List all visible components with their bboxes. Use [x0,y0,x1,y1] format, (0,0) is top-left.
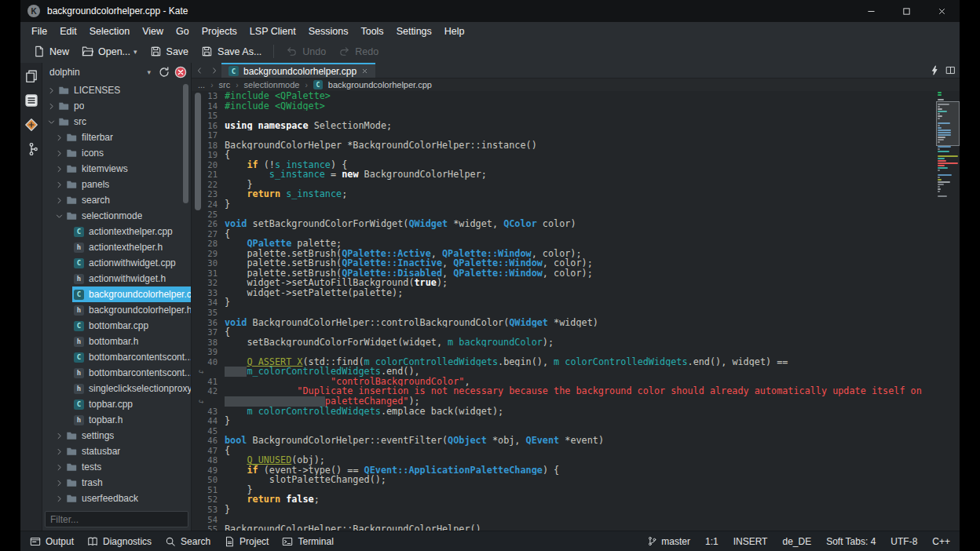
chevron-right-icon[interactable] [54,495,64,502]
code-line[interactable]: 14#include <QWidget> [192,101,936,111]
code-line[interactable]: 21 s_instance = new BackgroundColorHelpe… [192,170,936,180]
breadcrumb-item[interactable]: ... [198,80,205,89]
code-line[interactable]: 19{ [192,150,936,160]
symbols-icon[interactable] [24,141,39,157]
tree-item-search[interactable]: search [42,192,191,208]
chevron-right-icon[interactable] [54,464,64,471]
code-line[interactable]: 33 widget->setPalette(palette); [192,288,936,298]
code-line[interactable]: 20 if (!s_instance) { [192,160,936,170]
maximize-button[interactable] [889,0,924,22]
close-button[interactable] [924,0,960,22]
tab-close-icon[interactable] [361,66,368,77]
code-line[interactable]: 23 return s_instance; [192,189,936,199]
code-line[interactable]: 50 slotPaletteChanged(); [192,475,936,485]
menu-lsp-client[interactable]: LSP Client [243,24,302,39]
chevron-right-icon[interactable] [46,103,57,110]
code-line[interactable]: 49 if (event->type() == QEvent::Applicat… [192,465,936,476]
breadcrumb-item[interactable]: selectionmode [244,80,300,89]
undo-button[interactable]: Undo [280,42,332,60]
code-line[interactable]: 27{ [192,229,936,239]
chevron-right-icon[interactable] [54,432,64,440]
code-line[interactable]: 24} [192,199,936,210]
tree-item-icons[interactable]: icons [42,145,191,161]
code-line[interactable]: 28 QPalette palette; [192,239,936,249]
chevron-right-icon[interactable] [54,480,64,487]
code-line[interactable]: 32 widget->setAutoFillBackground(true); [192,278,936,288]
close-project-icon[interactable] [174,66,187,78]
code-line[interactable]: 16using namespace SelectionMode; [192,121,936,131]
quick-open-icon[interactable] [928,63,942,78]
statusbar-panel-search[interactable]: Search [165,536,210,547]
tab-mode[interactable]: Soft Tabs: 4 [826,536,876,547]
chevron-right-icon[interactable] [54,166,64,173]
chevron-down-icon[interactable] [46,119,57,126]
code-line[interactable]: 55BackgroundColorHelper::BackgroundColor… [192,524,936,531]
documents-icon[interactable] [24,68,39,84]
tab-prev-icon[interactable] [192,63,207,78]
git-icon[interactable] [24,117,39,133]
split-view-icon[interactable] [944,63,957,78]
code-line[interactable]: 29 palette.setBrush(QPalette::Active, QP… [192,249,936,259]
tree-item-userfeedback[interactable]: userfeedback [42,491,191,506]
tree-item-actionwithwidget-cpp[interactable]: Cactionwithwidget.cpp [42,255,191,271]
menu-help[interactable]: Help [438,24,471,39]
input-mode[interactable]: INSERT [733,536,768,547]
editor-scrollbar[interactable] [195,93,201,210]
minimap-viewport[interactable] [936,101,960,146]
code-line[interactable]: 17 [192,130,936,140]
menu-tools[interactable]: Tools [354,24,389,39]
chevron-right-icon[interactable] [46,87,57,94]
code-line[interactable]: 25 [192,210,936,220]
refresh-icon[interactable] [158,66,170,78]
code-line[interactable]: 35 [192,308,936,318]
tree-scrollbar[interactable] [183,84,188,203]
tree-item-backgroundcolorhelper-c[interactable]: Cbackgroundcolorhelper.c... [42,286,191,302]
breadcrumb-item[interactable]: backgroundcolorhelper.cpp [328,80,432,89]
chevron-right-icon[interactable] [54,181,64,188]
tree-item-selectionmode[interactable]: selectionmode [42,208,191,224]
tree-item-actionwithwidget-h[interactable]: hactionwithwidget.h [42,271,191,286]
menu-edit[interactable]: Edit [53,24,83,39]
code-line[interactable]: 13#include <QPalette> [192,91,936,101]
chevron-right-icon[interactable] [54,197,64,204]
menu-file[interactable]: File [25,24,53,39]
tree-item-po[interactable]: po [42,98,191,114]
save-as-button[interactable]: Save As... [195,42,268,60]
code-line[interactable]: 45 [192,426,936,436]
tree-item-singleclickselectionproxy[interactable]: hsingleclickselectionproxy... [42,381,191,396]
code-line[interactable]: 51 } [192,485,936,495]
code-line[interactable]: 44} [192,416,936,426]
code-line[interactable]: 38 setBackgroundColorForWidget(widget, m… [192,338,936,348]
tree-item-topbar-cpp[interactable]: Ctopbar.cpp [42,396,191,412]
code-line[interactable]: 40 Q_ASSERT_X(std::find(m_colorControlle… [192,357,936,367]
code-line[interactable]: 18BackgroundColorHelper *BackgroundColor… [192,140,936,151]
new-button[interactable]: New [27,42,75,60]
tab-next-icon[interactable] [207,63,221,78]
code-line[interactable]: ↪ paletteChanged"); [192,396,936,407]
open-button[interactable]: Open...▾ [75,42,144,60]
filter-input[interactable] [46,513,188,527]
code-line[interactable]: 43 m_colorControlledWidgets.emplace_back… [192,407,936,417]
code-line[interactable]: 30 palette.setBrush(QPalette::Inactive, … [192,258,936,268]
tree-item-bottombar-cpp[interactable]: Cbottombar.cpp [42,318,191,334]
cursor-position[interactable]: 1:1 [705,536,719,547]
menu-settings[interactable]: Settings [390,24,438,39]
code-line[interactable]: ↪ m_colorControlledWidgets.end(), [192,367,936,377]
menu-sessions[interactable]: Sessions [302,24,355,39]
tree-item-bottombarcontentscont[interactable]: hbottombarcontentscont... [42,365,191,381]
tree-item-filterbar[interactable]: filterbar [42,130,191,145]
tree-item-licenses[interactable]: LICENSES [42,82,191,98]
statusbar-panel-diagnostics[interactable]: Diagnostics [87,536,152,547]
project-selector[interactable]: dolphin ▾ [46,65,154,79]
code-line[interactable]: 39 [192,347,936,357]
code-line[interactable]: 42 "Duplicate insertion is not necessary… [192,386,936,396]
minimap[interactable] [936,91,960,531]
statusbar-panel-project[interactable]: Project [224,536,269,547]
projects-panel-icon[interactable] [24,93,39,108]
tree-item-tests[interactable]: tests [42,459,191,475]
syntax-language[interactable]: C++ [932,536,950,547]
chevron-right-icon[interactable] [54,150,64,157]
code-line[interactable]: 54 [192,515,936,525]
tree-item-backgroundcolorhelper-h[interactable]: hbackgroundcolorhelper.h [42,302,191,318]
statusbar-panel-terminal[interactable]: Terminal [282,536,333,547]
